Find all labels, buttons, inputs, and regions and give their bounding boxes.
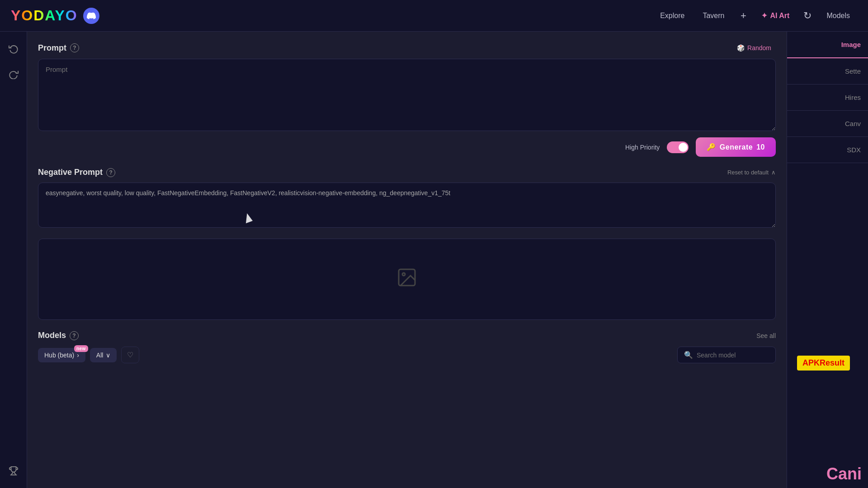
- random-label: Random: [747, 44, 771, 52]
- search-icon: 🔍: [684, 351, 693, 359]
- left-sidebar: [0, 32, 27, 488]
- prompt-title: Prompt: [38, 43, 66, 53]
- random-button[interactable]: 🎲 Random: [732, 42, 776, 53]
- cani-partial-text: Cani: [820, 460, 868, 488]
- models-section-header: Models ? See all: [38, 331, 776, 340]
- filter-chevron-icon: ∨: [106, 352, 110, 359]
- negative-prompt-section: Negative Prompt ? Reset to default ∧ eas…: [38, 168, 776, 230]
- nav-history-button[interactable]: ↻: [799, 8, 816, 24]
- main-layout: Prompt ? 🎲 Random High Priority 🔑 Genera…: [0, 32, 868, 488]
- nav-ai-art-label: AI Art: [770, 12, 789, 20]
- dice-icon: 🎲: [737, 44, 745, 52]
- nav-tavern[interactable]: Tavern: [695, 8, 731, 23]
- prompt-input[interactable]: [38, 59, 776, 131]
- models-title-group: Models ?: [38, 331, 79, 340]
- apk-prefix: APK: [802, 358, 820, 367]
- logo: YODAYO: [11, 7, 99, 24]
- reset-label: Reset to default: [727, 169, 769, 176]
- right-tab-image[interactable]: Image: [787, 32, 868, 58]
- sidebar-history-icon[interactable]: [5, 41, 22, 57]
- svg-point-1: [402, 273, 405, 276]
- sidebar-trophy-icon[interactable]: [5, 463, 22, 479]
- nav-plus-button[interactable]: +: [735, 8, 751, 24]
- models-help-icon[interactable]: ?: [70, 331, 79, 340]
- high-priority-label: High Priority: [625, 144, 660, 151]
- generate-button[interactable]: 🔑 Generate 10: [696, 137, 776, 157]
- models-filters: new Hub (beta) › All ∨ ♡ 🔍: [38, 347, 776, 363]
- prompt-title-group: Prompt ?: [38, 43, 79, 53]
- models-section: Models ? See all new Hub (beta) › All ∨: [38, 331, 776, 363]
- filter-all-button[interactable]: All ∨: [90, 348, 117, 362]
- models-header-right: See all: [756, 332, 776, 339]
- neg-prompt-title: Negative Prompt: [38, 168, 103, 177]
- neg-section-header: Negative Prompt ? Reset to default ∧: [38, 168, 776, 177]
- right-tab-settings[interactable]: Sette: [787, 58, 868, 84]
- negative-prompt-input[interactable]: easynegative, worst quality, low quality…: [38, 183, 776, 228]
- right-tab-canvas[interactable]: Canv: [787, 111, 868, 137]
- discord-icon: [87, 11, 96, 20]
- brand-name[interactable]: YODAYO: [11, 7, 78, 24]
- discord-button[interactable]: [83, 8, 99, 24]
- hub-label: Hub (beta): [44, 352, 74, 359]
- prompt-help-icon[interactable]: ?: [70, 43, 79, 52]
- image-placeholder: [38, 239, 776, 320]
- nav-links: Explore Tavern + ✦ AI Art ↻ Models: [653, 8, 857, 24]
- nav-models[interactable]: Models: [819, 8, 857, 23]
- generate-cost: 10: [756, 143, 765, 151]
- sidebar-refresh-icon[interactable]: [5, 66, 22, 82]
- reset-to-default-button[interactable]: Reset to default ∧: [727, 169, 776, 176]
- right-sidebar: Image Sette Hires Canv SDX: [787, 32, 868, 488]
- image-placeholder-icon: [396, 267, 418, 292]
- apk-watermark: APKResult: [797, 356, 850, 371]
- generate-label: Generate: [720, 143, 753, 151]
- nav-ai-art[interactable]: ✦ AI Art: [755, 8, 796, 23]
- controls-row: High Priority 🔑 Generate 10: [38, 137, 776, 157]
- center-content: Prompt ? 🎲 Random High Priority 🔑 Genera…: [27, 32, 787, 488]
- hub-button[interactable]: new Hub (beta) ›: [38, 348, 85, 362]
- key-icon: 🔑: [707, 143, 716, 151]
- right-tab-sdx[interactable]: SDX: [787, 137, 868, 163]
- toggle-thumb: [679, 143, 688, 152]
- search-models-box: 🔍: [677, 347, 776, 363]
- hub-badge-new: new: [74, 345, 88, 352]
- ai-art-icon: ✦: [761, 11, 767, 20]
- see-all-link[interactable]: See all: [756, 332, 776, 339]
- apk-suffix: Result: [820, 358, 844, 367]
- filter-all-label: All: [96, 352, 104, 359]
- favorites-button[interactable]: ♡: [121, 347, 139, 363]
- neg-prompt-help-icon[interactable]: ?: [106, 168, 115, 177]
- search-model-input[interactable]: [697, 352, 769, 359]
- right-tab-hires[interactable]: Hires: [787, 84, 868, 111]
- neg-title-group: Negative Prompt ?: [38, 168, 115, 177]
- navbar: YODAYO Explore Tavern + ✦ AI Art ↻ Model…: [0, 0, 868, 32]
- prompt-section-header: Prompt ? 🎲 Random: [38, 42, 776, 53]
- high-priority-toggle[interactable]: [667, 141, 689, 153]
- nav-explore[interactable]: Explore: [653, 8, 692, 23]
- heart-icon: ♡: [127, 351, 133, 359]
- chevron-up-icon: ∧: [771, 169, 776, 176]
- hub-chevron-icon: ›: [77, 352, 79, 359]
- models-title: Models: [38, 331, 66, 340]
